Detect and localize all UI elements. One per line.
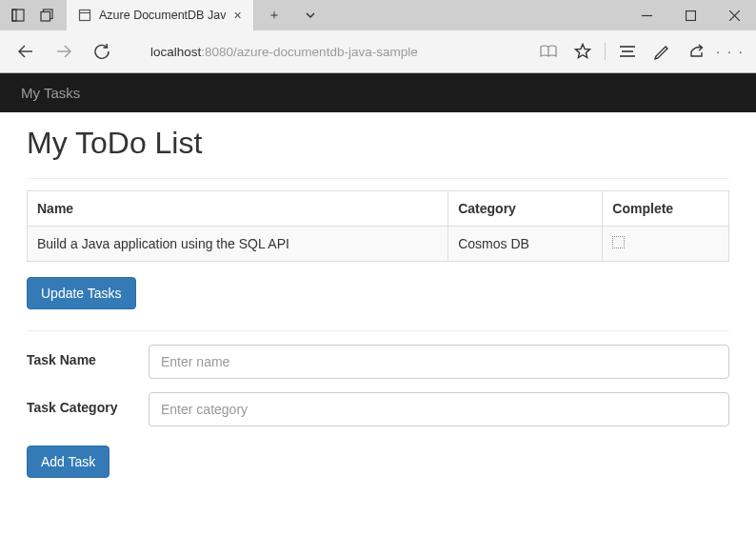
cell-complete — [603, 227, 729, 262]
tasks-table: Name Category Complete Build a Java appl… — [27, 190, 729, 262]
task-category-input[interactable] — [149, 392, 729, 426]
task-category-label: Task Category — [27, 392, 131, 415]
refresh-button[interactable] — [86, 35, 118, 68]
minimize-button[interactable] — [625, 0, 668, 30]
divider — [27, 178, 729, 179]
url-path: :8080/azure-documentdb-java-sample — [201, 45, 417, 59]
tab-preview-icon[interactable] — [34, 0, 59, 30]
forward-button[interactable] — [48, 35, 80, 68]
col-category: Category — [448, 191, 603, 227]
close-window-button[interactable] — [712, 0, 756, 30]
more-icon[interactable]: · · · — [714, 35, 746, 68]
svg-rect-0 — [12, 10, 24, 21]
complete-checkbox[interactable] — [612, 236, 625, 248]
browser-tab[interactable]: Azure DocumentDB Jav ✕ — [67, 0, 254, 30]
col-complete: Complete — [603, 191, 729, 227]
share-icon[interactable] — [680, 35, 712, 68]
cell-category: Cosmos DB — [448, 227, 603, 262]
reading-view-icon[interactable] — [532, 35, 565, 68]
page-content: My Tasks My ToDo List Name Category Comp… — [0, 73, 756, 491]
reading-list-icon[interactable] — [611, 35, 644, 68]
task-name-input[interactable] — [149, 345, 729, 379]
svg-rect-3 — [41, 12, 50, 22]
cell-name: Build a Java application using the SQL A… — [28, 227, 448, 262]
new-tab-button[interactable]: ＋ — [258, 7, 290, 24]
table-header-row: Name Category Complete — [28, 191, 729, 227]
tab-close-icon[interactable]: ✕ — [233, 10, 242, 22]
tab-chevron-icon[interactable] — [294, 9, 327, 22]
add-task-button[interactable]: Add Task — [27, 446, 109, 478]
back-button[interactable] — [10, 35, 42, 68]
table-row: Build a Java application using the SQL A… — [28, 227, 729, 262]
maximize-button[interactable] — [668, 0, 712, 30]
task-name-label: Task Name — [27, 345, 131, 367]
divider — [27, 330, 729, 331]
app-navbar: My Tasks — [0, 73, 756, 112]
browser-chrome: Azure DocumentDB Jav ✕ ＋ localhost:8080/… — [0, 0, 756, 73]
tab-aside-icon[interactable] — [6, 0, 30, 30]
url-field[interactable]: localhost:8080/azure-documentdb-java-sam… — [141, 37, 527, 66]
notes-icon[interactable] — [646, 35, 678, 68]
svg-marker-13 — [576, 45, 590, 58]
update-tasks-button[interactable]: Update Tasks — [27, 277, 136, 309]
svg-rect-7 — [686, 10, 695, 20]
svg-rect-1 — [12, 10, 16, 21]
address-bar: localhost:8080/azure-documentdb-java-sam… — [0, 30, 756, 72]
tab-title: Azure DocumentDB Jav — [99, 9, 226, 22]
page-title: My ToDo List — [27, 126, 729, 161]
favorite-icon[interactable] — [567, 35, 599, 68]
titlebar: Azure DocumentDB Jav ✕ ＋ — [0, 0, 756, 30]
col-name: Name — [28, 191, 448, 227]
url-host: localhost — [150, 45, 201, 59]
svg-rect-4 — [80, 10, 90, 21]
brand[interactable]: My Tasks — [21, 85, 80, 101]
page-favicon-icon — [78, 9, 91, 22]
